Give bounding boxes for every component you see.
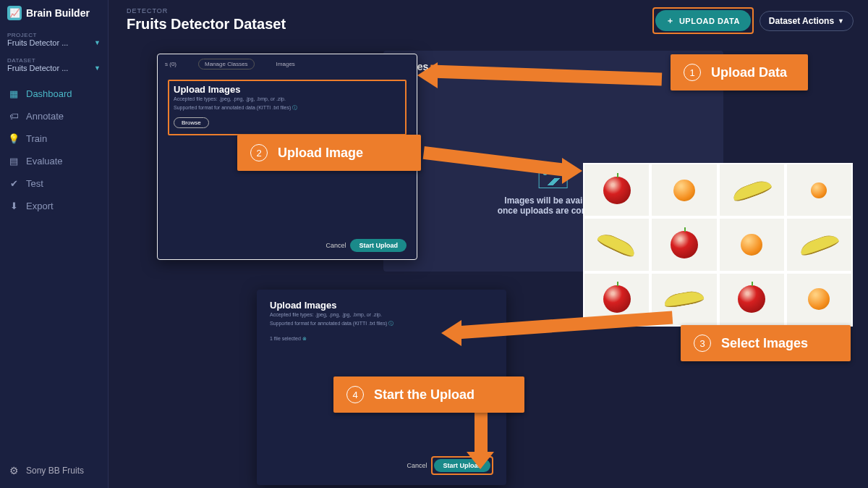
image-grid[interactable] (583, 163, 853, 327)
step-number: 1 (684, 64, 701, 81)
start-upload-button[interactable]: Start Upload (350, 239, 407, 252)
orange-icon (673, 180, 695, 201)
nav-train[interactable]: 💡 Train (0, 127, 108, 150)
callout-text: Start the Upload (374, 387, 475, 403)
tab-left[interactable]: s (0) (165, 61, 176, 67)
callout-4: 4 Start the Upload (333, 376, 524, 413)
nav: ▦ Dashboard 🏷 Annotate 💡 Train ▤ Evaluat… (0, 83, 108, 217)
nav-dashboard[interactable]: ▦ Dashboard (0, 83, 108, 105)
info-icon[interactable]: ⓘ (292, 105, 297, 110)
nav-label: Dashboard (26, 88, 72, 99)
arrow-head-icon (441, 320, 461, 346)
apple-icon (671, 231, 698, 258)
step-number: 4 (346, 386, 364, 403)
step-number: 2 (250, 144, 268, 161)
modal1-body: Upload Images Accepted file types: .jpeg… (158, 72, 417, 143)
apple-icon (603, 177, 631, 204)
nav-evaluate[interactable]: ▤ Evaluate (0, 150, 108, 172)
nav-label: Test (26, 178, 43, 189)
orange-icon (811, 182, 827, 198)
modal1-title: Upload Images (174, 84, 401, 95)
step-number: 3 (694, 335, 711, 352)
list-item[interactable] (787, 164, 851, 216)
list-item[interactable] (720, 219, 784, 270)
kicker: DETECTOR (127, 7, 286, 14)
dataset-value[interactable]: Fruits Detector ... ▼ (0, 64, 108, 77)
project-value[interactable]: Fruits Detector ... ▼ (0, 38, 108, 51)
list-item[interactable] (787, 274, 851, 325)
nav-annotate[interactable]: 🏷 Annotate (0, 105, 108, 127)
list-item[interactable] (652, 164, 716, 216)
tab-manage-classes[interactable]: Manage Classes (198, 59, 255, 70)
arrow-head-icon (562, 158, 582, 184)
header-right: ＋ UPLOAD DATA Dataset Actions ▼ (652, 7, 854, 34)
orange-icon (808, 288, 830, 310)
nav-label: Evaluate (26, 156, 63, 167)
cancel-button[interactable]: Cancel (407, 462, 427, 469)
modal1-highlight: Upload Images Accepted file types: .jpeg… (168, 80, 407, 135)
nav-test[interactable]: ✔ Test (0, 172, 108, 195)
modal1-accepted: Accepted file types: .jpeg, .png, .jpg, … (174, 96, 401, 101)
caret-down-icon: ▼ (838, 17, 844, 25)
orange-icon (741, 234, 762, 256)
page-title: Fruits Detector Dataset (127, 16, 286, 33)
apple-icon (738, 285, 765, 313)
list-item[interactable] (584, 164, 649, 216)
list-item[interactable] (652, 219, 716, 270)
arrow-head-icon (467, 452, 494, 469)
modal2-accepted: Accepted file types: .jpeg, .png, .jpg, … (270, 312, 493, 317)
footer-label: Sony BB Fruits (26, 466, 84, 476)
dataset-actions-button[interactable]: Dataset Actions ▼ (760, 11, 854, 31)
callout-text: Upload Image (278, 146, 363, 161)
tag-icon: 🏷 (7, 111, 20, 122)
header: DETECTOR Fruits Detector Dataset ＋ UPLOA… (127, 7, 854, 34)
callout-text: Upload Data (711, 65, 787, 80)
brand-title: Brain Builder (26, 7, 90, 19)
brand: 📈 Brain Builder (0, 0, 108, 26)
caret-down-icon: ▼ (94, 39, 101, 46)
nav-export[interactable]: ⬇ Export (0, 195, 108, 217)
browse-button[interactable]: Browse (174, 117, 209, 128)
upload-highlight: ＋ UPLOAD DATA (652, 7, 753, 34)
modal1-supported: Supported format for annotated data (KIT… (174, 104, 401, 112)
modal1-tabs: s (0) Manage Classes Images (158, 54, 417, 72)
apple-icon (603, 285, 631, 313)
bulb-icon: 💡 (7, 133, 20, 144)
nav-label: Export (26, 201, 54, 211)
callout-3: 3 Select Images (681, 325, 851, 361)
dataset-label: DATASET (0, 51, 108, 64)
grid-icon: ▦ (7, 88, 20, 99)
sidebar: 📈 Brain Builder PROJECT Fruits Detector … (0, 0, 109, 488)
list-item[interactable] (720, 164, 784, 216)
banana-icon (596, 230, 637, 259)
list-item[interactable] (584, 219, 649, 270)
callout-1: 1 Upload Data (671, 54, 808, 91)
nav-label: Train (26, 133, 47, 144)
callout-text: Select Images (721, 336, 808, 351)
sidebar-footer[interactable]: ⚙ Sony BB Fruits (0, 460, 91, 481)
project-label: PROJECT (0, 26, 108, 38)
arrow-head-icon (417, 62, 438, 88)
cancel-button[interactable]: Cancel (326, 242, 346, 249)
upload-data-button[interactable]: ＋ UPLOAD DATA (655, 10, 750, 31)
list-icon: ▤ (7, 156, 20, 167)
plus-icon: ＋ (666, 15, 675, 26)
info-icon[interactable]: ⓘ (388, 321, 393, 326)
brand-icon: 📈 (7, 6, 22, 20)
modal2-body: Upload Images Accepted file types: .jpeg… (257, 290, 506, 355)
banana-icon (663, 290, 705, 309)
nav-label: Annotate (26, 111, 64, 122)
download-icon: ⬇ (7, 201, 20, 211)
list-item[interactable] (720, 274, 784, 325)
gear-icon: ⚙ (7, 465, 20, 476)
check-icon: ✔ (7, 178, 20, 189)
tab-images[interactable]: Images (276, 61, 295, 67)
clear-icon[interactable]: ⊗ (302, 336, 307, 341)
modal2-title: Upload Images (270, 300, 493, 311)
arrow (475, 412, 488, 455)
list-item[interactable] (787, 219, 851, 270)
header-left: DETECTOR Fruits Detector Dataset (127, 7, 286, 33)
callout-2: 2 Upload Image (237, 135, 421, 171)
banana-icon (798, 232, 840, 258)
caret-down-icon: ▼ (94, 64, 101, 72)
